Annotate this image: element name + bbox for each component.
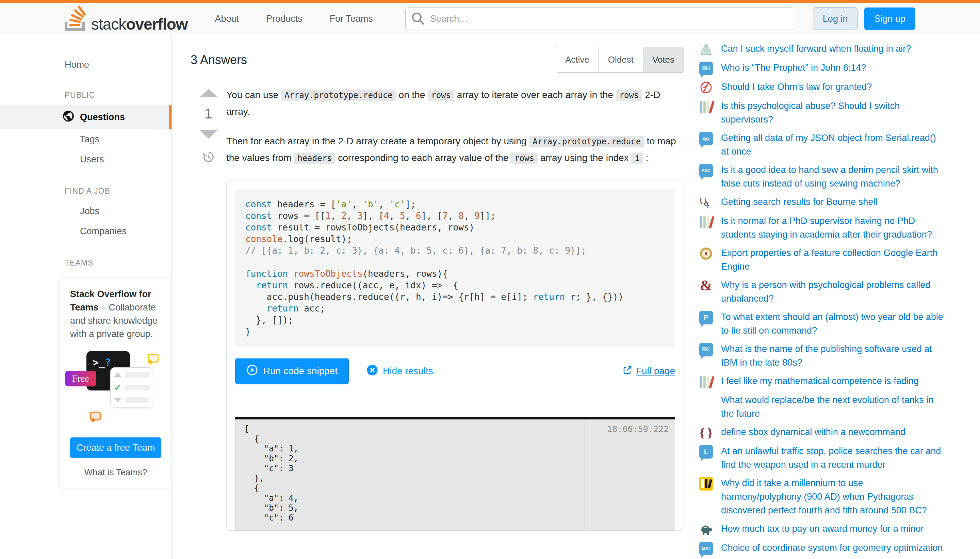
hot-question-item: Should I take Ohm's law for granted? xyxy=(699,80,956,94)
unix-icon: U&L xyxy=(699,196,713,209)
answer-sort-tabs: ActiveOldestVotes xyxy=(556,47,684,73)
console-lines: [ { "a": 1, "b": 2, "c": 3 }, { "a": 4, … xyxy=(236,419,585,531)
code-line: const headers = ['a', 'b', 'c']; xyxy=(245,198,665,210)
academia-icon xyxy=(699,100,713,113)
search-icon xyxy=(412,13,424,26)
hot-question-link[interactable]: How much tax to pay on award money for a… xyxy=(721,522,924,536)
sidebar-item-home[interactable]: Home xyxy=(0,56,172,74)
hot-question-link[interactable]: Is it normal for a PhD supervisor having… xyxy=(721,214,945,241)
sidebar-item-tags[interactable]: Tags xyxy=(0,129,172,149)
speech-bubble-icon xyxy=(148,354,158,362)
sort-tab-active[interactable]: Active xyxy=(556,47,599,72)
sort-tab-votes[interactable]: Votes xyxy=(643,47,684,72)
hot-question-link[interactable]: What would replace/be the next evolution… xyxy=(721,393,945,420)
inline-code: rows xyxy=(616,89,642,101)
hot-question-link[interactable]: To what extent should an (almost) two ye… xyxy=(721,310,945,337)
console-line: "b": 2, xyxy=(244,454,585,464)
sidebar-item-jobs[interactable]: Jobs xyxy=(0,201,172,221)
free-badge: Free xyxy=(65,371,96,386)
hot-question-link[interactable]: At an unlawful traffic stop, police sear… xyxy=(721,444,945,471)
hot-question-link[interactable]: Why did it take a millennium to use harm… xyxy=(721,476,945,517)
sidebar-item-questions[interactable]: Questions xyxy=(0,105,172,129)
hot-question-item: LAt an unlawful traffic stop, police sea… xyxy=(699,444,956,471)
stackoverflow-logo[interactable]: stackoverflow xyxy=(64,5,188,32)
hot-question-item: A&CIs it a good idea to hand sew a denim… xyxy=(699,163,956,190)
inline-code: rows xyxy=(511,152,538,164)
answer-body: You can use Array.prototype.reduce on th… xyxy=(226,87,684,531)
login-button[interactable]: Log in xyxy=(813,8,858,30)
inline-code: Array.prototype.reduce xyxy=(281,89,396,101)
sidebar-item-users[interactable]: Users xyxy=(0,149,172,170)
music-icon xyxy=(699,477,713,491)
answer-paragraph: You can use Array.prototype.reduce on th… xyxy=(226,87,684,119)
inline-code: headers xyxy=(294,152,335,164)
code-line: console.log(result); xyxy=(245,233,665,245)
hide-results-link[interactable]: Hide results xyxy=(366,364,433,378)
what-is-teams-link[interactable]: What is Teams? xyxy=(70,467,161,478)
full-page-link[interactable]: Full page xyxy=(622,365,675,377)
top-nav: AboutProductsFor Teams xyxy=(201,3,386,35)
sidebar-item-companies[interactable]: Companies xyxy=(0,221,172,241)
stackoverflow-logo-text: stackoverflow xyxy=(91,17,188,32)
hot-question-link[interactable]: Should I take Ohm's law for granted? xyxy=(721,80,872,94)
hot-question-link[interactable]: Can I suck myself forward when floating … xyxy=(721,42,911,56)
hot-question-link[interactable]: Getting search results for Bourne shell xyxy=(721,195,877,209)
teams-promo-text: Stack Overflow for Teams – Collaborate a… xyxy=(70,288,161,341)
sidebar-item-label: Questions xyxy=(80,112,125,122)
hot-question-item: { }define sbox dynamical within a newcom… xyxy=(699,425,956,440)
console-line: "b": 5, xyxy=(244,503,585,513)
hot-question-link[interactable]: Why is a person with psychological probl… xyxy=(721,278,945,305)
console-output: [ { "a": 1, "b": 2, "c": 3 }, { "a": 4, … xyxy=(235,417,675,531)
hot-question-item: I feel like my mathematical competence i… xyxy=(699,374,956,389)
console-line: "c": 6 xyxy=(244,513,585,523)
upvote-button[interactable] xyxy=(200,89,218,98)
left-sidebar: Home PUBLICQuestionsTagsUsersFIND A JOBJ… xyxy=(0,35,172,559)
sidebar-section-label: TEAMS xyxy=(0,258,172,268)
console-top-bar xyxy=(235,417,675,419)
code-line: acc.push(headers.reduce((r, h, i)=> {r[h… xyxy=(245,291,665,303)
hot-question-link[interactable]: Who is “The Prophet” in John 6:14? xyxy=(721,61,866,74)
hot-question-link[interactable]: Is it a good idea to hand sew a denim pe… xyxy=(721,163,945,190)
create-team-button[interactable]: Create a free Team xyxy=(70,437,161,458)
code-line: return rows.reduce((acc, e, idx) => { xyxy=(245,280,665,291)
hot-question-item: Can I suck myself forward when floating … xyxy=(699,42,956,56)
console-line: [ xyxy=(244,424,585,434)
bubble-icon: BH xyxy=(699,61,713,75)
hot-question-link[interactable]: I feel like my mathematical competence i… xyxy=(721,374,919,388)
history-icon[interactable] xyxy=(202,150,215,165)
money-icon xyxy=(699,523,713,536)
hot-question-link[interactable]: Getting all data of my JSON object from … xyxy=(721,131,945,158)
hot-question-item: RCWhat is the name of the publishing sof… xyxy=(699,342,956,369)
console-line: }, xyxy=(244,473,585,483)
hot-question-link[interactable]: Choice of coordinate system for geometry… xyxy=(721,541,942,554)
hot-question-item: Is it normal for a PhD supervisor having… xyxy=(699,214,956,241)
hot-question-link[interactable]: Is this psychological abuse? Should I sw… xyxy=(721,99,945,126)
sort-tab-oldest[interactable]: Oldest xyxy=(599,47,643,72)
code-line: const result = rowsToObjects(headers, ro… xyxy=(245,222,665,233)
nav-link-for-teams[interactable]: For Teams xyxy=(316,3,386,35)
nav-link-products[interactable]: Products xyxy=(252,3,316,35)
sidebar-section-label: PUBLIC xyxy=(0,91,172,100)
console-line: { xyxy=(244,434,585,444)
worldbuilding-icon xyxy=(699,394,713,407)
hot-question-link[interactable]: define sbox dynamical within a newcomman… xyxy=(721,425,906,439)
code-line xyxy=(245,256,665,268)
downvote-button[interactable] xyxy=(200,130,218,139)
code-line: const rows = [[1, 2, 3], [4, 5, 6], [7, … xyxy=(245,210,665,222)
hot-question-item: Is this psychological abuse? Should I sw… xyxy=(699,99,956,126)
console-line: "c": 3 xyxy=(244,464,585,473)
run-code-snippet-button[interactable]: Run code snippet xyxy=(235,358,349,384)
hot-question-item: U&LGetting search results for Bourne she… xyxy=(699,195,956,209)
vote-card-icon: ✓ xyxy=(110,367,153,407)
hot-question-link[interactable]: What is the name of the publishing softw… xyxy=(721,342,945,369)
top-accent-stripe xyxy=(0,0,980,3)
electronics-icon xyxy=(699,81,713,94)
hot-question-link[interactable]: Export properties of a feature collectio… xyxy=(721,246,945,273)
code-block: const headers = ['a', 'b', 'c'];const ro… xyxy=(235,189,675,347)
sidebar-item-label: Tags xyxy=(80,134,99,145)
globe-icon xyxy=(62,110,74,125)
signup-button[interactable]: Sign up xyxy=(864,8,916,30)
search-input[interactable] xyxy=(405,8,794,30)
nav-link-about[interactable]: About xyxy=(201,3,253,35)
search-bar xyxy=(405,8,794,30)
